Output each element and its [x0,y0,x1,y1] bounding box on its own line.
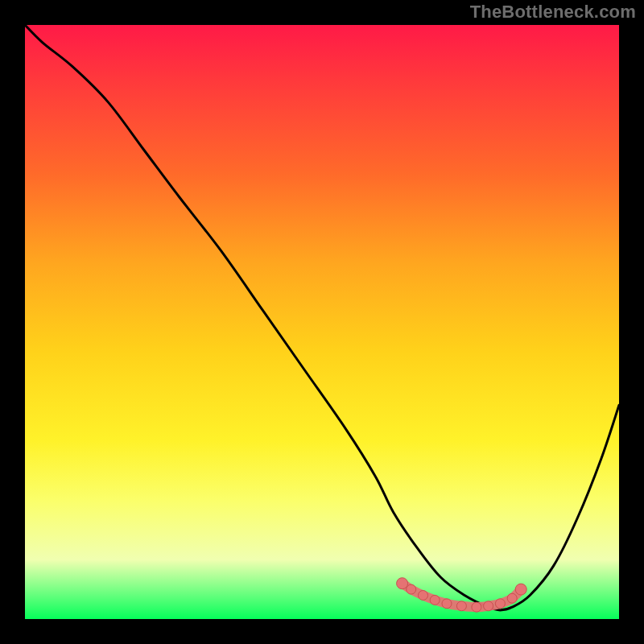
optimal-range-dot [419,591,428,601]
optimal-range-dot [456,601,466,611]
optimal-range-markers [397,578,527,613]
optimal-range-dot [397,578,408,589]
optimal-range-dot [430,595,440,605]
optimal-range-dot [515,584,526,595]
outer-frame: TheBottleneck.com [0,0,644,644]
optimal-range-dot [442,599,452,609]
bottleneck-curve [25,25,619,610]
bottleneck-curve-path [25,25,619,610]
optimal-range-dot [507,593,517,603]
optimal-range-dot [495,599,505,609]
optimal-range-dot [407,584,416,594]
optimal-range-dot [472,602,481,612]
chart-overlay-svg [0,0,644,644]
optimal-range-dot [484,601,493,611]
